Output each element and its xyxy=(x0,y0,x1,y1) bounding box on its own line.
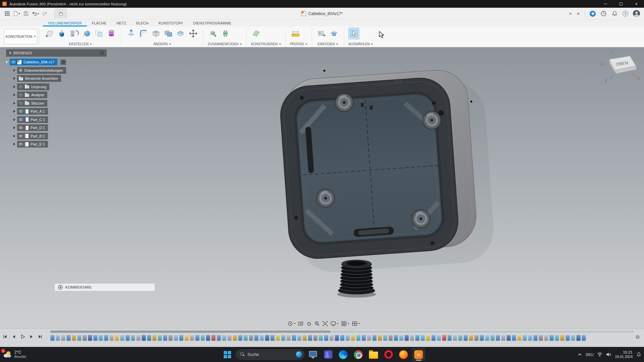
browser-header[interactable]: BROWSER xyxy=(6,49,107,57)
viewports-button[interactable] xyxy=(352,321,360,326)
timeline-feature-icon[interactable] xyxy=(512,335,516,341)
timeline-feature-icon[interactable] xyxy=(131,335,135,341)
timeline-feature-icon[interactable] xyxy=(249,335,253,341)
undo-button[interactable] xyxy=(31,9,40,18)
group-label-einfuegen[interactable]: EINFÜGEN xyxy=(316,42,339,46)
timeline-feature-icon[interactable] xyxy=(50,335,55,341)
browser-item-part-e[interactable]: Part_E:1 xyxy=(17,141,48,147)
timeline-feature-icon[interactable] xyxy=(566,335,570,341)
expand-icon[interactable] xyxy=(13,110,15,113)
timeline-feature-icon[interactable] xyxy=(474,335,479,341)
timeline-feature-icon[interactable] xyxy=(378,335,382,341)
volume-icon[interactable] xyxy=(606,352,611,357)
timeline-feature-icon[interactable] xyxy=(555,335,559,341)
timeline-feature-icon[interactable] xyxy=(308,335,312,341)
timeline-feature-icon[interactable] xyxy=(136,335,141,341)
timeline-feature-icon[interactable] xyxy=(571,335,575,341)
step-forward-button[interactable] xyxy=(29,334,34,339)
timeline-feature-icon[interactable] xyxy=(356,335,361,341)
timeline-feature-icon[interactable] xyxy=(431,335,436,341)
browser-item-analyse[interactable]: Analyse xyxy=(17,92,47,98)
timeline-feature-icon[interactable] xyxy=(399,335,404,341)
timeline-feature-icon[interactable] xyxy=(109,335,114,341)
document-tab[interactable]: Cablebox_80Av17* xyxy=(301,8,343,19)
close-tab-button[interactable]: × xyxy=(569,11,572,16)
pan-button[interactable] xyxy=(306,321,312,326)
timeline-feature-icon[interactable] xyxy=(437,335,441,341)
keyboard-language[interactable]: DEU xyxy=(586,353,593,357)
timeline-feature-icon[interactable] xyxy=(72,335,76,341)
assemble-button[interactable] xyxy=(208,28,218,39)
orbit-button[interactable] xyxy=(287,321,296,326)
timeline-feature-icon[interactable] xyxy=(544,335,548,341)
timeline-scrollbar-thumb[interactable] xyxy=(50,330,330,333)
select-tool-button[interactable] xyxy=(348,28,359,39)
home-tab[interactable] xyxy=(54,9,67,18)
visibility-eye-icon[interactable] xyxy=(19,102,23,105)
notifications-bell-icon[interactable] xyxy=(611,10,618,17)
workspace-selector[interactable]: KONSTRUKTION xyxy=(4,29,38,44)
timeline-feature-icon[interactable] xyxy=(184,335,189,341)
collapse-browser-icon[interactable] xyxy=(9,52,11,54)
play-button[interactable] xyxy=(20,334,25,339)
timeline-feature-icon[interactable] xyxy=(319,335,323,341)
browser-item-ursprung[interactable]: Ursprung xyxy=(17,83,49,90)
fit-button[interactable] xyxy=(322,321,328,326)
step-back-button[interactable] xyxy=(11,334,16,339)
tab-kunststoff[interactable]: KUNSTSTOFF xyxy=(154,20,188,26)
expand-icon[interactable] xyxy=(13,143,15,145)
comments-bar[interactable]: KOMMENTARE xyxy=(54,283,155,291)
wifi-icon[interactable] xyxy=(597,352,602,357)
timeline-feature-icon[interactable] xyxy=(88,335,92,341)
timeline-feature-icon[interactable] xyxy=(201,335,205,341)
timeline-feature-icon[interactable] xyxy=(405,335,409,341)
expand-icon[interactable] xyxy=(13,102,15,105)
timeline-feature-icon[interactable] xyxy=(335,335,339,341)
timeline-feature-icon[interactable] xyxy=(485,335,489,341)
timeline-feature-icon[interactable] xyxy=(329,335,334,341)
extensions-icon[interactable] xyxy=(590,11,596,17)
browser-item-part-b[interactable]: Part_B:1 xyxy=(17,133,48,139)
timeline-feature-icon[interactable] xyxy=(93,335,98,341)
timeline-feature-icon[interactable] xyxy=(163,335,167,341)
timeline-feature-icon[interactable] xyxy=(227,335,232,341)
timeline-feature-icon[interactable] xyxy=(458,335,463,341)
visibility-eye-icon[interactable] xyxy=(19,118,23,121)
timeline-feature-icon[interactable] xyxy=(372,335,377,341)
timeline-feature-icon[interactable] xyxy=(388,335,393,341)
timeline-feature-icon[interactable] xyxy=(415,335,420,341)
close-button[interactable]: × xyxy=(629,0,644,8)
expand-icon[interactable] xyxy=(13,118,15,121)
measure-button[interactable] xyxy=(290,28,301,39)
redo-button[interactable] xyxy=(40,9,49,18)
timeline-feature-icon[interactable] xyxy=(120,335,124,341)
timeline-feature-icon[interactable] xyxy=(533,335,538,341)
timeline-feature-icon[interactable] xyxy=(195,335,200,341)
timeline-feature-icon[interactable] xyxy=(281,335,285,341)
timeline-feature-icon[interactable] xyxy=(168,335,173,341)
timeline-feature-icon[interactable] xyxy=(276,335,280,341)
grid-settings-button[interactable] xyxy=(341,321,350,326)
look-at-button[interactable] xyxy=(298,321,304,326)
go-to-start-button[interactable] xyxy=(3,334,8,339)
timeline-feature-icon[interactable] xyxy=(501,335,505,341)
timeline-feature-icon[interactable] xyxy=(56,335,60,341)
tab-flaeche[interactable]: FLÄCHE xyxy=(87,20,111,26)
timeline-feature-icon[interactable] xyxy=(66,335,71,341)
timeline-feature-icon[interactable] xyxy=(464,335,468,341)
job-status-clock-icon[interactable] xyxy=(600,10,607,17)
view-cube[interactable]: OBEN Z X Y xyxy=(598,49,641,89)
maximize-button[interactable] xyxy=(613,0,629,8)
timeline-feature-icon[interactable] xyxy=(190,335,194,341)
timeline-feature-icon[interactable] xyxy=(421,335,425,341)
timeline-feature-icon[interactable] xyxy=(142,335,146,341)
expand-icon[interactable] xyxy=(13,77,15,80)
coil-button[interactable] xyxy=(106,28,117,39)
timeline-feature-icon[interactable] xyxy=(233,335,237,341)
timeline-feature-icon[interactable] xyxy=(297,335,302,341)
timeline-feature-icon[interactable] xyxy=(367,335,371,341)
taskbar-clock[interactable]: 15:21 19.01.2024 xyxy=(615,350,633,359)
timeline-feature-icon[interactable] xyxy=(217,335,221,341)
timeline-feature-icon[interactable] xyxy=(125,335,130,341)
browser-item-dokumenteinstellungen[interactable]: ⚙ Dokumenteinstellungen xyxy=(17,67,66,74)
